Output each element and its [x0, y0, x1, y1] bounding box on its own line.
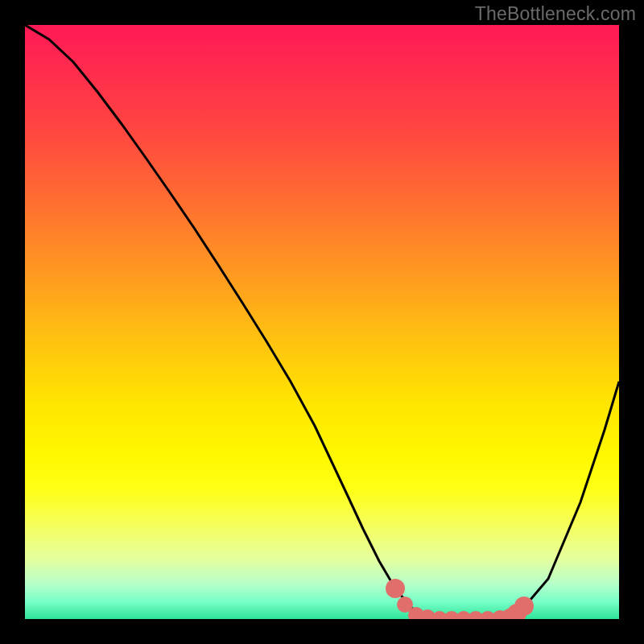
curve-marker — [514, 597, 534, 616]
chart-frame — [25, 25, 619, 619]
watermark-text: TheBottleneck.com — [475, 3, 636, 25]
bottleneck-curve — [25, 25, 619, 619]
curve-marker — [386, 579, 405, 598]
bottleneck-plot — [25, 25, 619, 619]
curve-markers — [386, 579, 534, 619]
